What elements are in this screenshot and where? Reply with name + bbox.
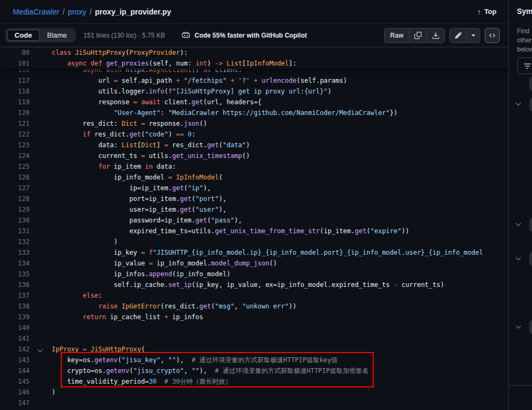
line-number[interactable]: 138 (0, 301, 30, 312)
copilot-banner[interactable]: Code 55% faster with GitHub Copilot (181, 31, 307, 40)
line-number[interactable]: 126 (0, 172, 30, 183)
line-number[interactable]: 123 (0, 140, 30, 150)
line-gutter: 135 (0, 269, 52, 279)
fold-gutter (30, 226, 52, 236)
symbol-item[interactable] (529, 97, 532, 111)
line-number[interactable]: 125 (0, 161, 30, 172)
symbols-panel-heading: Sym (517, 7, 532, 16)
tab-blame[interactable]: Blame (40, 30, 75, 41)
line-gutter: 123 (0, 140, 52, 150)
symbol-item[interactable] (529, 320, 532, 334)
code-line-135: 135 ip_infos.append(ip_info_model) (0, 269, 508, 279)
breadcrumb-repo-link[interactable]: MediaCrawler (13, 8, 59, 16)
fold-chevron-icon[interactable] (38, 347, 43, 353)
code-lines: 117 url = self.api_path + "/fetchips" + … (0, 75, 508, 408)
edit-file-button[interactable] (449, 28, 467, 43)
copy-raw-button[interactable] (409, 28, 427, 43)
line-number[interactable]: 119 (0, 97, 30, 107)
line-number[interactable]: 121 (0, 118, 30, 129)
line-number[interactable]: 132 (0, 236, 30, 247)
line-gutter: 116 (0, 69, 52, 75)
symbol-expand-chevron-icon[interactable] (516, 100, 521, 106)
code-line-119: 119 response = await client.get(url, hea… (0, 97, 508, 107)
line-gutter: 131 (0, 226, 52, 236)
breadcrumb-folder-link[interactable]: proxy (68, 8, 86, 16)
line-number[interactable]: 143 (0, 355, 30, 365)
symbol-expand-chevron-icon[interactable] (516, 255, 521, 261)
description-line: Find (517, 27, 532, 36)
line-number[interactable]: 127 (0, 183, 30, 193)
line-number[interactable]: 116 (0, 69, 30, 75)
breadcrumb-separator: / (59, 8, 68, 16)
line-number[interactable]: 136 (0, 279, 30, 290)
fold-gutter (30, 161, 52, 172)
line-gutter: 133 (0, 247, 52, 258)
symbols-pane-toggle-button[interactable] (485, 28, 500, 43)
code-line-144: 144 crypto=os.getenv("jisu_crypto", ""),… (0, 365, 508, 376)
symbol-expand-chevron-icon[interactable] (516, 221, 521, 226)
code-line-120: 120 "User-Agent": "MediaCrawler https://… (0, 107, 508, 118)
line-number[interactable]: 145 (0, 376, 30, 387)
line-number[interactable]: 131 (0, 226, 30, 236)
code-text: password=ip_item.get("pass"), (52, 215, 508, 226)
line-number[interactable]: 80 (0, 47, 30, 58)
line-gutter: 125 (0, 161, 52, 172)
symbols-filter-input[interactable] (517, 57, 532, 74)
line-number[interactable]: 128 (0, 193, 30, 204)
description-line: other (517, 36, 532, 45)
line-number[interactable]: 129 (0, 204, 30, 215)
code-line-133: 133 ip_key = f"JISUHTTP_{ip_info_model.i… (0, 247, 508, 258)
symbol-item[interactable] (529, 77, 532, 91)
line-number[interactable]: 134 (0, 258, 30, 269)
line-number[interactable]: 142 (0, 344, 30, 355)
line-number[interactable]: 117 (0, 75, 30, 86)
line-number[interactable]: 140 (0, 322, 30, 333)
scroll-to-top-button[interactable]: ↑ Top (477, 8, 496, 16)
fold-gutter (30, 107, 52, 118)
line-gutter: 122 (0, 129, 52, 140)
tab-code[interactable]: Code (7, 30, 40, 41)
line-gutter: 146 (0, 387, 52, 398)
filter-funnel-icon (524, 63, 531, 69)
line-gutter: 138 (0, 301, 52, 312)
line-gutter: 119 (0, 97, 52, 107)
symbol-expand-chevron-icon[interactable] (516, 323, 521, 329)
line-number[interactable]: 147 (0, 398, 30, 408)
line-number[interactable]: 120 (0, 107, 30, 118)
code-text: current_ts = utils.get_unix_timestamp() (52, 150, 508, 161)
fold-gutter (30, 193, 52, 204)
code-symbols-icon (488, 32, 496, 39)
fold-gutter (30, 279, 52, 290)
code-text: key=os.getenv("jisu_key", ""), # 通过环境变量的… (52, 355, 508, 365)
line-number[interactable]: 122 (0, 129, 30, 140)
code-line-142: 142IpProxy = JiSuHttpProxy( (0, 344, 508, 355)
fold-gutter (30, 312, 52, 322)
code-line-147: 147 (0, 398, 508, 408)
line-gutter: 141 (0, 333, 52, 344)
raw-button[interactable]: Raw (384, 28, 409, 43)
code-text: crypto=os.getenv("jisu_crypto", ""), # 通… (52, 365, 508, 376)
fold-gutter (30, 204, 52, 215)
line-number[interactable]: 133 (0, 247, 30, 258)
code-line-136: 136 self.ip_cache.set_ip(ip_key, ip_valu… (0, 279, 508, 290)
line-number[interactable]: 118 (0, 86, 30, 97)
line-number[interactable]: 144 (0, 365, 30, 376)
symbol-item[interactable] (529, 218, 532, 232)
symbol-item[interactable] (529, 252, 532, 266)
fold-gutter (30, 215, 52, 226)
fold-gutter (30, 236, 52, 247)
line-number[interactable]: 137 (0, 290, 30, 301)
line-number[interactable]: 139 (0, 312, 30, 322)
line-gutter: 137 (0, 290, 52, 301)
line-gutter: 132 (0, 236, 52, 247)
line-number[interactable]: 124 (0, 150, 30, 161)
download-raw-button[interactable] (427, 28, 445, 43)
line-number[interactable]: 130 (0, 215, 30, 226)
line-gutter: 145 (0, 376, 52, 387)
line-number[interactable]: 146 (0, 387, 30, 398)
line-number[interactable]: 141 (0, 333, 30, 344)
line-number[interactable]: 135 (0, 269, 30, 279)
code-line-123: 123 data: List[Dict] = res_dict.get("dat… (0, 140, 508, 150)
line-number[interactable]: 101 (0, 58, 30, 69)
edit-menu-button[interactable] (467, 28, 480, 43)
